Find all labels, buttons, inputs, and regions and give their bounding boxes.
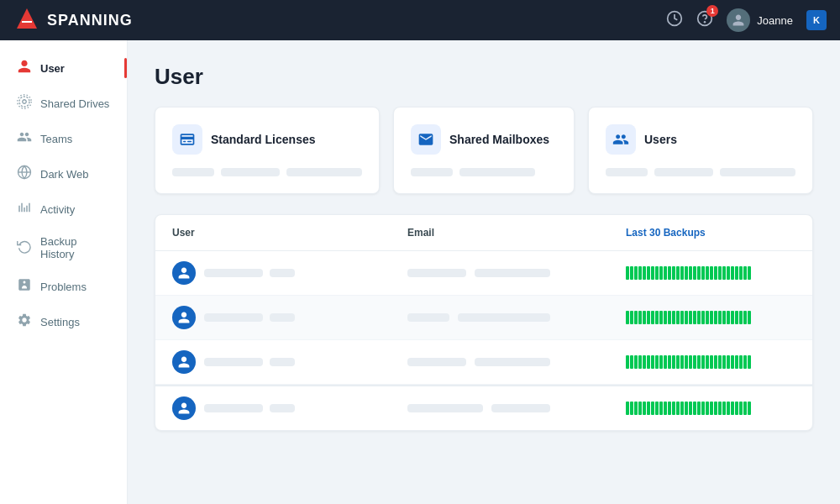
backup-bar <box>710 311 713 324</box>
sidebar-item-teams[interactable]: Teams <box>3 121 123 156</box>
sidebar-item-backup-history[interactable]: Backup History <box>3 227 123 269</box>
sidebar-item-user[interactable]: User <box>3 50 123 86</box>
col-email: Email <box>407 227 626 239</box>
backup-bar <box>735 402 738 415</box>
skeleton-bar <box>204 313 263 322</box>
user-cell <box>172 396 407 420</box>
sidebar-label-dark-web: Dark Web <box>40 168 89 181</box>
col-backups: Last 30 Backups <box>626 227 795 239</box>
backup-bar <box>714 311 717 324</box>
backup-bar <box>647 355 650 369</box>
backup-bar <box>714 402 717 415</box>
backup-bar <box>701 266 705 280</box>
backup-bar <box>727 355 730 369</box>
email-cell <box>407 313 626 322</box>
logo-text: SPANNING <box>47 12 133 29</box>
sidebar-item-problems[interactable]: Problems <box>3 269 123 304</box>
app-layout: User Shared Drives Teams Dark Web <box>0 40 840 504</box>
history-icon[interactable] <box>666 10 683 31</box>
backup-bar <box>710 266 713 280</box>
skeleton-bar <box>172 168 214 176</box>
skeleton-bar <box>491 404 550 412</box>
help-icon[interactable]: 1 <box>696 10 713 31</box>
users-card[interactable]: Users <box>588 107 813 194</box>
backup-bar <box>727 402 730 415</box>
backup-bar <box>672 266 675 280</box>
backup-bar <box>664 355 667 369</box>
backup-bar <box>668 402 671 415</box>
backup-bars <box>626 266 751 280</box>
user-cell <box>172 306 407 329</box>
backup-bar <box>706 355 709 369</box>
backup-bar <box>672 402 675 415</box>
card-header: Shared Mailboxes <box>411 124 557 155</box>
sidebar-item-dark-web[interactable]: Dark Web <box>3 156 123 192</box>
standard-licenses-card[interactable]: Standard Licenses <box>155 107 380 194</box>
backup-bar <box>680 402 684 415</box>
skeleton-bar <box>204 404 263 412</box>
backup-bar <box>630 266 633 280</box>
svg-point-5 <box>23 100 27 104</box>
backup-bar <box>693 311 696 324</box>
sidebar-label-user: User <box>40 62 65 75</box>
table-row[interactable] <box>155 251 812 296</box>
user-cell <box>172 261 407 285</box>
card-skeleton <box>172 168 362 176</box>
card-skeleton <box>411 168 557 176</box>
backup-bar <box>731 266 734 280</box>
skeleton-bar <box>407 313 449 322</box>
sidebar-label-problems: Problems <box>40 281 87 293</box>
skeleton-bar <box>654 168 713 176</box>
backup-bar <box>634 266 638 280</box>
backup-bar <box>655 266 659 280</box>
backup-bar <box>701 311 705 324</box>
table-row[interactable] <box>155 340 812 385</box>
sidebar-item-shared-drives[interactable]: Shared Drives <box>3 86 123 121</box>
backup-bars <box>626 402 751 415</box>
card-title-users: Users <box>644 133 677 146</box>
backup-bar <box>638 355 642 369</box>
backup-bar <box>739 402 743 415</box>
sidebar-item-settings[interactable]: Settings <box>3 304 123 339</box>
card-header: Users <box>606 124 795 155</box>
backup-bar <box>643 355 646 369</box>
table-row[interactable] <box>155 296 812 340</box>
backup-history-icon <box>17 239 32 257</box>
sidebar-item-activity[interactable]: Activity <box>3 192 123 227</box>
backup-bar <box>647 402 650 415</box>
svg-point-6 <box>19 97 29 107</box>
backup-bar <box>701 355 705 369</box>
backup-bar <box>655 402 659 415</box>
mail-icon <box>411 124 441 155</box>
backup-bar <box>748 402 751 415</box>
backup-bar <box>643 266 646 280</box>
backup-bar <box>668 266 671 280</box>
shared-mailboxes-card[interactable]: Shared Mailboxes <box>393 107 575 194</box>
sidebar-label-backup-history: Backup History <box>40 235 110 260</box>
backup-bar <box>748 266 751 280</box>
backup-bar <box>735 311 738 324</box>
problems-icon <box>17 277 32 296</box>
backups-cell <box>626 402 795 415</box>
backup-bar <box>743 402 747 415</box>
backup-bar <box>706 266 709 280</box>
backup-bar <box>634 311 638 324</box>
backup-bar <box>739 311 743 324</box>
k-badge[interactable]: K <box>806 10 827 30</box>
skeleton-bar <box>411 168 453 176</box>
backup-bar <box>735 266 738 280</box>
backup-bar <box>722 402 726 415</box>
backup-bar <box>630 311 633 324</box>
skeleton-bar <box>458 313 550 322</box>
backup-bar <box>689 402 692 415</box>
table-row[interactable] <box>155 385 812 430</box>
backup-bar <box>630 402 633 415</box>
teams-icon <box>17 129 32 148</box>
backup-bar <box>626 266 629 280</box>
user-menu[interactable]: Joanne <box>727 8 793 32</box>
dark-web-icon <box>17 165 32 183</box>
user-icon <box>17 59 32 77</box>
skeleton-bar <box>204 358 263 366</box>
skeleton-bar <box>407 269 466 277</box>
notification-badge: 1 <box>706 5 718 17</box>
